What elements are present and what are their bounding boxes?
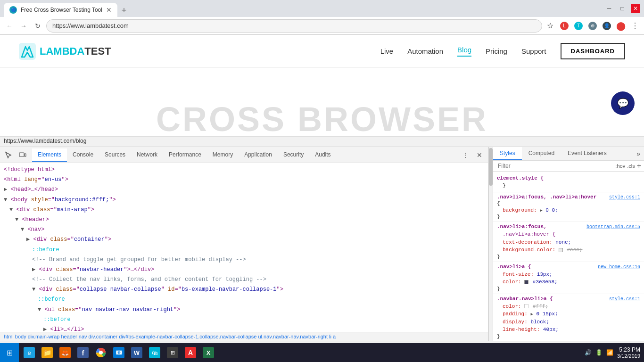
taskbar-app-firefox[interactable]: 🦊 (57, 344, 74, 361)
dom-tag: <div class="collapse navbar-collapse" id… (39, 286, 283, 293)
back-button[interactable]: ← (4, 20, 15, 32)
new-tab-button[interactable]: + (117, 4, 131, 17)
style-prop: line-height: 40px; (497, 326, 640, 334)
taskbar-app-excel[interactable]: X (200, 344, 217, 361)
expand-icon[interactable]: ▼ (32, 286, 35, 293)
expand-icon[interactable]: ▼ (9, 206, 13, 213)
nav-blog[interactable]: Blog (457, 46, 471, 57)
nav-pricing[interactable]: Pricing (486, 47, 507, 55)
style-source[interactable]: bootstrap.min.css:5 (586, 224, 640, 230)
styles-tab-styles[interactable]: Styles (493, 147, 522, 160)
styles-tab-computed[interactable]: Computed (522, 147, 561, 160)
extension-icon-1[interactable]: L (559, 21, 570, 31)
devtools-panel: Elements Console Sources Network Perform… (0, 147, 644, 341)
arrow-icon[interactable]: ▶ (530, 312, 533, 317)
chat-widget[interactable]: 💬 (611, 91, 635, 115)
filter-cls[interactable]: .cls (627, 163, 635, 169)
tab-favicon: 🔵 (9, 6, 17, 14)
tab-close-button[interactable]: ✕ (106, 6, 112, 14)
devtools-tab-memory[interactable]: Memory (207, 148, 239, 162)
extension-icon-2[interactable]: T (573, 21, 584, 31)
taskbar-app-dark[interactable]: ⊞ (164, 344, 181, 361)
minimize-button[interactable]: ─ (604, 4, 614, 13)
nav-automation[interactable]: Automation (407, 47, 443, 55)
filter-input[interactable] (496, 162, 613, 170)
taskbar-app-adobe[interactable]: A (182, 344, 199, 361)
extension-icon-5[interactable]: ⬤ (616, 21, 626, 31)
styles-more-button[interactable]: » (633, 147, 644, 160)
dom-tag: <div class="main-wrap"> (16, 206, 94, 213)
expand-icon[interactable]: ▶ (26, 236, 30, 243)
hero-section: CROSS BROWSER (0, 68, 644, 136)
devtools-tab-network[interactable]: Network (131, 148, 163, 162)
style-prop: color: #fff; (497, 303, 640, 311)
site-nav: Live Automation Blog Pricing Support DAS… (380, 43, 625, 59)
prop-name: display: (503, 319, 528, 325)
devtools-tab-security[interactable]: Security (278, 148, 309, 162)
refresh-button[interactable]: ↻ (32, 20, 43, 32)
devtools-tab-application[interactable]: Application (239, 148, 278, 162)
style-prop: font-size: 13px; (497, 271, 640, 279)
prop-name: color: (503, 279, 521, 285)
dom-scrollbar[interactable] (488, 147, 493, 341)
bookmark-icon[interactable]: ☆ (545, 21, 555, 31)
taskbar-app-facebook[interactable]: f (74, 344, 91, 361)
url-input[interactable] (46, 19, 542, 33)
expand-icon[interactable]: ▼ (21, 226, 24, 233)
element-picker-icon[interactable] (2, 148, 15, 162)
prop-name: background-color: (503, 247, 555, 253)
start-button[interactable]: ⊞ (0, 343, 19, 362)
dom-scrollbar-thumb[interactable] (489, 148, 493, 186)
style-source[interactable]: style.css:1 (609, 195, 640, 200)
taskbar-app-store[interactable]: 🛍 (146, 344, 163, 361)
expand-icon[interactable]: ▶ (43, 326, 47, 332)
devtools-tab-elements[interactable]: Elements (32, 148, 67, 162)
style-source[interactable]: style.css:1 (609, 296, 640, 302)
device-toggle-icon[interactable] (16, 148, 29, 162)
filter-hov[interactable]: :hov (615, 163, 625, 169)
taskbar-app-explorer[interactable]: 📁 (39, 344, 56, 361)
tray-icon-3: 📶 (606, 349, 613, 356)
dom-tag: <ul class="nav navbar-nav navbar-right"> (44, 306, 180, 313)
style-prop: background-color: #eee; (497, 246, 640, 254)
dom-line: ::before (0, 315, 488, 325)
prop-name: text-decoration: (503, 239, 553, 245)
taskbar-app-chrome[interactable] (92, 344, 109, 361)
devtools-tab-audits[interactable]: Audits (309, 148, 336, 162)
site-logo[interactable]: LAMBDATEST (19, 43, 111, 60)
forward-button[interactable]: → (18, 20, 29, 32)
expand-icon[interactable]: ▼ (38, 306, 41, 313)
style-prop: text-decoration: none; (497, 239, 640, 247)
expand-icon[interactable]: ▼ (15, 216, 18, 223)
taskbar-app-outlook[interactable]: 📧 (110, 344, 127, 361)
devtools-tab-console[interactable]: Console (67, 148, 99, 162)
nav-live[interactable]: Live (380, 47, 394, 55)
taskbar-app-ie[interactable]: e (21, 344, 38, 361)
arrow-icon[interactable]: ▶ (540, 208, 542, 213)
dashboard-button[interactable]: DASHBOARD (561, 43, 626, 59)
devtools-tab-sources[interactable]: Sources (99, 148, 131, 162)
extension-icon-3[interactable]: ⊕ (587, 21, 598, 31)
expand-icon[interactable]: ▶ (4, 186, 7, 193)
close-button[interactable]: ✕ (631, 4, 640, 13)
devtools-more-icon[interactable]: ⋮ (459, 148, 472, 162)
devtools-close-icon[interactable]: ✕ (473, 148, 486, 162)
expand-icon[interactable]: ▶ (32, 266, 35, 273)
style-prop: background: ▶ 0 0; (497, 206, 640, 214)
extension-icon-4[interactable]: 👤 (602, 21, 612, 31)
color-swatch (524, 280, 528, 284)
menu-icon[interactable]: ⋮ (630, 21, 640, 31)
style-source[interactable]: new-home.css:16 (598, 264, 640, 270)
maximize-button[interactable]: □ (618, 4, 627, 13)
styles-tab-event-listeners[interactable]: Event Listeners (561, 147, 613, 160)
style-block-nav-a: .nav>li>a { new-home.css:16 font-size: 1… (493, 262, 644, 294)
expand-icon[interactable]: ▼ (4, 197, 7, 203)
nav-support[interactable]: Support (521, 47, 546, 55)
browser-tab-active[interactable]: 🔵 Free Cross Browser Testing Tool ✕ (4, 3, 117, 17)
devtools-tab-performance[interactable]: Performance (163, 148, 207, 162)
filter-add-button[interactable]: + (637, 162, 641, 170)
taskbar-app-word[interactable]: W (128, 344, 145, 361)
prop-name: line-height: (503, 327, 540, 332)
color-swatch (524, 304, 528, 308)
adobe-icon: A (185, 347, 196, 358)
